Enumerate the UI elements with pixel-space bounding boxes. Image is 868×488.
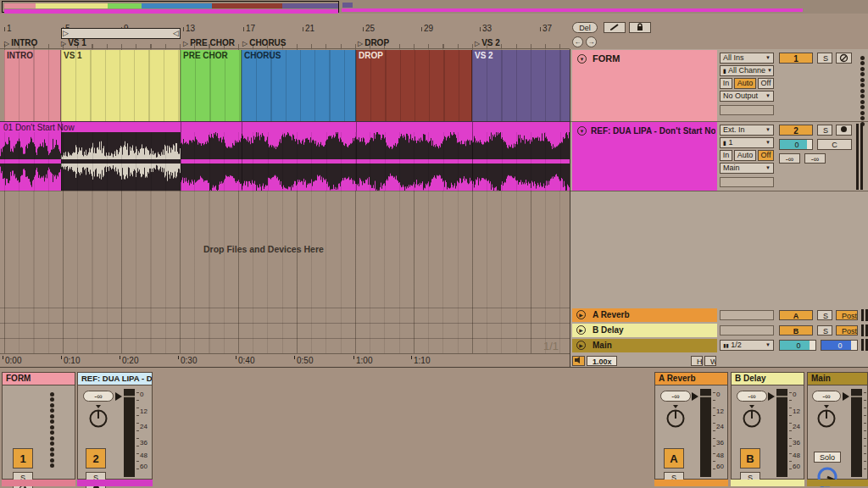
track-width-button[interactable]: W (704, 356, 716, 366)
nudge-forward-button[interactable]: → (586, 36, 597, 47)
mixer-strip-title-ref[interactable]: REF: DUA LIPA - D (77, 372, 153, 385)
locator-vs1[interactable]: ▷VS 1 (61, 38, 86, 47)
input-channel-chooser[interactable]: ▮ All Channe▼ (720, 65, 774, 76)
time-ruler[interactable]: 0:00 0:10 0:20 0:30 0:40 0:50 1:00 1:10 (0, 353, 570, 367)
output-type-chooser[interactable]: Main▼ (720, 163, 774, 174)
solo-button[interactable]: S (817, 310, 832, 320)
solo-button[interactable]: Solo (814, 452, 841, 463)
track-activator-1[interactable]: 1 (779, 53, 813, 64)
unfold-track-icon[interactable]: ▶ (576, 341, 586, 350)
mixer-strip-title-a-reverb[interactable]: A Reverb (654, 372, 728, 385)
input-type-chooser[interactable]: Ext. In▼ (720, 125, 774, 136)
lock-envelopes-icon[interactable] (629, 22, 651, 33)
pre-post-toggle[interactable]: Post (836, 325, 858, 336)
time-label: 0:40 (236, 356, 254, 365)
track-header-ref[interactable]: ▼ REF: DUA LIPA - Don't Start Now (572, 122, 717, 191)
unfold-track-icon[interactable]: ▶ (576, 310, 586, 319)
send-a-field[interactable]: -∞ (779, 153, 800, 164)
return-activator-a[interactable]: A (779, 310, 813, 320)
return-activator-b[interactable]: B (779, 325, 813, 336)
monitor-auto-button[interactable]: Auto (734, 78, 756, 89)
delete-locator-button[interactable]: Del (572, 22, 598, 33)
arrangement-area[interactable]: INTRO VS 1 PRE CHOR CHORUS DROP VS 2 01 … (0, 49, 570, 367)
solo-button[interactable]: S (817, 53, 832, 64)
track-activator-2[interactable]: 2 (86, 448, 106, 469)
mixer-strip-title-b-delay[interactable]: B Delay (731, 372, 804, 385)
clip-chorus[interactable]: CHORUS (242, 50, 356, 121)
overview-viewport-box[interactable] (2, 1, 339, 13)
audio-clip-title-bar[interactable]: 01 Don't Start Now (0, 121, 570, 132)
fader-handle[interactable] (700, 396, 711, 397)
zoom-ratio-indicator[interactable]: 1/1 (543, 340, 559, 352)
solo-button[interactable]: S (817, 325, 832, 336)
cue-out-chooser[interactable]: ▮▮ 1/2▼ (720, 340, 774, 351)
pan-knob[interactable] (662, 404, 689, 430)
monitor-in-button[interactable]: In (720, 150, 732, 161)
clip-prechor[interactable]: PRE CHOR (181, 50, 242, 121)
arrangement-overview[interactable] (0, 0, 868, 14)
audition-button[interactable] (572, 356, 585, 366)
fold-track-icon[interactable]: ▼ (577, 54, 587, 64)
pan-knob[interactable] (813, 404, 840, 430)
monitor-in-button[interactable]: In (720, 78, 732, 89)
arm-button[interactable] (836, 53, 852, 64)
mixer-strip-title-main[interactable]: Main (807, 372, 868, 385)
clip-vs2[interactable]: VS 2 (472, 50, 570, 121)
send-b-field[interactable]: -∞ (804, 153, 826, 164)
volume-fader[interactable] (700, 389, 711, 477)
locator-chorus[interactable]: ▷CHORUS (242, 38, 287, 47)
playback-speed-field[interactable]: 1.00x (587, 356, 617, 366)
track-header-form[interactable]: ▼ FORM (572, 50, 717, 121)
return-header-b-delay[interactable]: ▶ B Delay (572, 324, 717, 337)
fold-track-icon[interactable]: ▼ (577, 126, 587, 136)
locator-vs2[interactable]: ▷VS 2 (475, 38, 500, 47)
draw-mode-icon[interactable] (604, 22, 626, 33)
monitor-off-button[interactable]: Off (758, 78, 774, 89)
return-activator-b[interactable]: B (740, 448, 760, 469)
monitor-auto-button[interactable]: Auto (734, 150, 756, 161)
volume-field[interactable]: 0 (779, 139, 813, 150)
main-volume-field[interactable]: 0 (779, 340, 816, 351)
track-height-button[interactable]: H (691, 356, 703, 366)
output-type-chooser[interactable]: No Output▼ (720, 91, 774, 102)
return-header-a-reverb[interactable]: ▶ A Reverb (572, 308, 717, 322)
input-type-chooser[interactable]: All Ins▼ (720, 53, 774, 64)
pan-knob[interactable] (85, 404, 112, 430)
arm-button[interactable] (836, 125, 852, 136)
input-channel-chooser[interactable]: ▮ 1▼ (720, 137, 774, 148)
meter-dot (50, 447, 54, 452)
clip-vs1[interactable]: VS 1 (61, 50, 181, 121)
gain-field[interactable]: -∞ (83, 391, 114, 402)
pan-field[interactable]: C (817, 139, 852, 150)
locator-drop[interactable]: ▷DROP (358, 38, 389, 47)
pre-post-toggle[interactable]: Post (836, 310, 858, 320)
mixer-strip-title-form[interactable]: FORM (2, 372, 75, 385)
clip-drop[interactable]: DROP (356, 50, 472, 121)
nudge-back-button[interactable]: ← (572, 36, 583, 47)
return-activator-a[interactable]: A (664, 448, 684, 469)
ableton-arrangement-view: { "colors":{"magenta":"#df3ecb","amber":… (0, 0, 868, 488)
fader-handle[interactable] (776, 396, 787, 397)
monitor-off-button[interactable]: Off (758, 150, 774, 161)
pan-knob[interactable] (738, 404, 765, 430)
unfold-track-icon[interactable]: ▶ (576, 325, 586, 335)
main-track-header[interactable]: ▶ Main (572, 339, 717, 352)
volume-fader[interactable] (851, 389, 862, 477)
locator-prechor[interactable]: ▷PRE CHOR (183, 38, 235, 47)
volume-fader[interactable] (776, 389, 787, 477)
track-activator-1[interactable]: 1 (13, 448, 33, 469)
track-activator-2[interactable]: 2 (779, 125, 813, 136)
gain-field[interactable]: -∞ (812, 391, 841, 402)
volume-fader[interactable] (124, 389, 135, 477)
clip-intro[interactable]: INTRO (4, 50, 61, 121)
audio-waveform[interactable] (0, 132, 570, 191)
fader-handle[interactable] (851, 396, 862, 397)
solo-button[interactable]: S (817, 125, 832, 136)
meter-dot (50, 430, 54, 435)
gain-field[interactable]: -∞ (660, 391, 691, 402)
locator-intro[interactable]: ▷INTRO (4, 38, 37, 47)
midi-activity-meter (47, 391, 56, 469)
gain-field[interactable]: -∞ (737, 391, 767, 402)
fader-handle[interactable] (124, 396, 135, 397)
cue-volume-field[interactable]: 0 (821, 340, 858, 351)
